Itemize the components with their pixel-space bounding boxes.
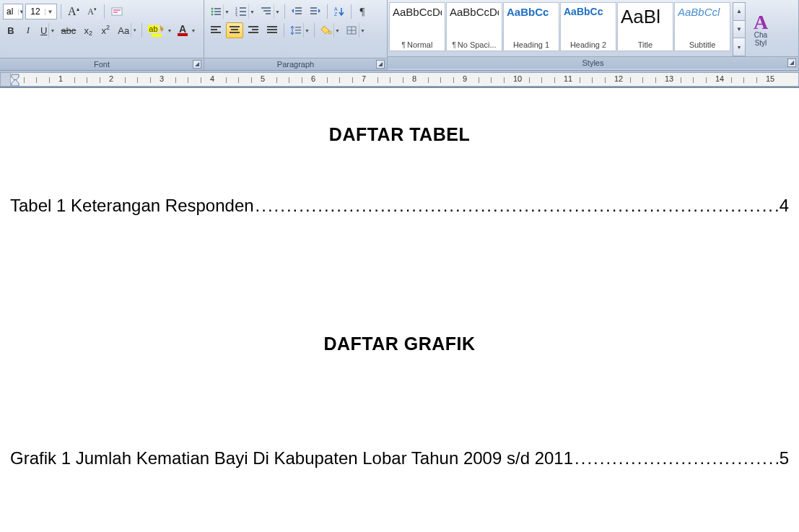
svg-rect-2 — [214, 8, 221, 9]
ruler-number: 1 — [58, 74, 63, 83]
group-label-styles: Styles ◢ — [388, 56, 798, 69]
ruler-number: 9 — [463, 74, 467, 83]
style-title[interactable]: AaBl Title — [617, 2, 673, 51]
svg-text:1: 1 — [235, 6, 237, 11]
toc-entry-tabel1: Tabel 1 Keterangan Responden ...........… — [10, 196, 789, 216]
toc-page: 4 — [780, 196, 789, 216]
increase-indent-button[interactable] — [307, 4, 324, 19]
svg-rect-19 — [310, 7, 317, 9]
align-left-button[interactable] — [207, 22, 224, 38]
bold-button[interactable]: B — [3, 22, 19, 38]
subscript-button[interactable]: x2 — [80, 22, 96, 38]
borders-button[interactable]: ▼ — [343, 22, 367, 38]
style-heading2[interactable]: AaBbCc Heading 2 — [560, 2, 616, 51]
style-preview: AaBbCc — [507, 6, 556, 18]
show-hide-button[interactable]: ¶ — [354, 4, 370, 19]
paragraph-dialog-launcher[interactable]: ◢ — [376, 60, 385, 69]
ruler-number: 6 — [311, 74, 315, 83]
ruler-number: 4 — [210, 74, 214, 83]
font-name-input[interactable] — [4, 6, 18, 17]
divider — [284, 4, 285, 19]
divider — [327, 4, 328, 19]
svg-text:Z: Z — [334, 12, 338, 17]
superscript-button[interactable]: x2 — [97, 22, 113, 38]
multilevel-list-button[interactable]: ▼ — [258, 4, 281, 19]
svg-rect-10 — [240, 11, 246, 12]
svg-text:3: 3 — [235, 14, 237, 17]
styles-scroll-more[interactable]: ▾ — [733, 38, 746, 56]
heading-daftar-tabel: DAFTAR TABEL — [10, 124, 789, 145]
ruler-number: 10 — [513, 74, 522, 83]
ruler-number: 15 — [766, 74, 774, 83]
font-size-combo[interactable]: ▼ — [25, 4, 57, 19]
styles-scroll-up[interactable]: ▲ — [733, 2, 746, 21]
style-normal[interactable]: AaBbCcDc ¶¶ NormalNormal — [389, 2, 445, 51]
chevron-down-icon: ▼ — [45, 9, 55, 15]
toc-entry-grafik1: Grafik 1 Jumlah Kematian Bayi Di Kabupat… — [10, 448, 789, 468]
highlight-button[interactable]: ab — [145, 22, 165, 38]
styles-dialog-launcher[interactable]: ◢ — [787, 58, 796, 67]
align-center-button[interactable] — [226, 22, 243, 38]
style-preview: AaBbCcDc — [450, 6, 499, 18]
sort-button[interactable]: AZ — [331, 4, 348, 19]
divider — [61, 4, 61, 19]
font-name-combo[interactable]: ▼ — [3, 4, 23, 19]
toc-text: Grafik 1 Jumlah Kematian Bayi Di Kabupat… — [10, 448, 573, 468]
divider — [104, 4, 105, 19]
style-caption: ¶¶ NormalNormal — [393, 40, 442, 49]
indent-marker-icon[interactable] — [11, 74, 19, 87]
style-caption: Heading 2 — [564, 40, 613, 49]
numbering-button[interactable]: 123 ▼ — [232, 4, 256, 19]
toc-leader-dots: ........................................… — [573, 448, 780, 468]
ruler-number: 13 — [665, 74, 673, 83]
svg-rect-31 — [252, 29, 258, 30]
svg-rect-37 — [295, 30, 301, 31]
divider — [284, 23, 284, 38]
strikethrough-button[interactable]: abc — [58, 22, 79, 38]
svg-rect-27 — [230, 26, 240, 27]
font-size-input[interactable] — [26, 6, 45, 17]
group-label-paragraph: Paragraph ◢ — [204, 58, 387, 70]
decrease-indent-button[interactable] — [288, 4, 305, 19]
svg-point-1 — [211, 8, 214, 10]
svg-rect-28 — [231, 29, 238, 30]
align-right-button[interactable] — [245, 22, 262, 38]
style-no-spacing[interactable]: AaBbCcDc ¶No Spaci... — [446, 2, 502, 51]
styles-scroll-down[interactable]: ▼ — [733, 21, 746, 39]
ruler-area: 123456789101112131415 — [0, 71, 799, 88]
horizontal-ruler[interactable]: 123456789101112131415 — [0, 72, 799, 87]
ruler-number: 14 — [715, 74, 724, 83]
svg-rect-0 — [112, 8, 122, 15]
group-font: ▼ ▼ A▴ A▾ B I U▼ abc x2 x2 — [0, 0, 204, 70]
italic-button[interactable]: I — [20, 22, 36, 38]
svg-rect-30 — [248, 26, 258, 27]
svg-point-3 — [211, 11, 214, 13]
style-caption: Heading 1 — [507, 40, 556, 49]
svg-rect-26 — [211, 32, 221, 33]
toc-page: 5 — [780, 448, 789, 468]
document-area[interactable]: DAFTAR TABEL Tabel 1 Keterangan Responde… — [0, 88, 799, 468]
style-subtitle[interactable]: AaBbCcl Subtitle — [674, 2, 730, 51]
justify-button[interactable] — [263, 22, 281, 38]
svg-rect-24 — [211, 26, 221, 27]
svg-rect-33 — [267, 26, 277, 27]
chevron-down-icon: ▼ — [18, 9, 23, 15]
svg-rect-21 — [310, 13, 317, 14]
change-styles-button[interactable]: A Cha Styl — [746, 2, 773, 56]
shrink-font-button[interactable]: A▾ — [84, 4, 100, 19]
grow-font-button[interactable]: A▴ — [65, 4, 82, 19]
change-case-button[interactable]: Aa▾ — [115, 22, 139, 38]
svg-rect-8 — [240, 7, 246, 9]
svg-rect-18 — [295, 13, 302, 14]
font-dialog-launcher[interactable]: ◢ — [193, 60, 201, 69]
shading-button[interactable]: ▼ — [318, 22, 341, 38]
clear-formatting-button[interactable] — [108, 4, 125, 19]
underline-button[interactable]: U▼ — [38, 22, 56, 38]
toc-leader-dots: ........................................… — [254, 196, 780, 216]
style-preview: AaBl — [621, 6, 670, 28]
line-spacing-button[interactable]: ▼ — [287, 22, 311, 38]
style-heading1[interactable]: AaBbCc Heading 1 — [503, 2, 559, 51]
bullets-button[interactable]: ▼ — [207, 4, 231, 19]
font-color-button[interactable]: A — [173, 22, 189, 38]
style-preview: AaBbCc — [564, 6, 613, 17]
